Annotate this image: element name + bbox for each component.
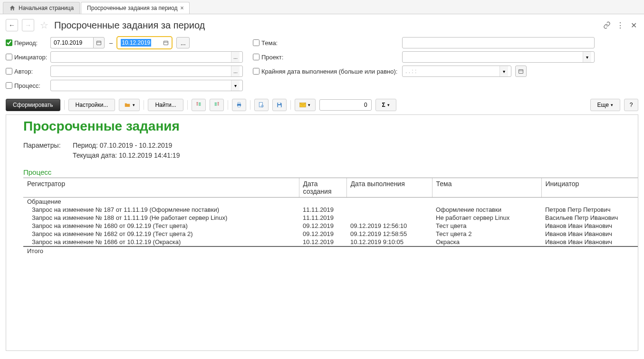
- initiator-input[interactable]: ...: [50, 51, 243, 63]
- process-input[interactable]: ▾: [50, 80, 243, 91]
- forward-button[interactable]: →: [22, 19, 34, 31]
- initiator-checkbox[interactable]: [6, 54, 12, 60]
- close-window-icon[interactable]: ✕: [629, 20, 638, 30]
- table-row[interactable]: Запрос на изменение № 1682 от 09.12.19 (…: [23, 230, 638, 238]
- close-icon[interactable]: ×: [180, 5, 183, 11]
- period-checkbox[interactable]: [6, 39, 12, 46]
- envelope-icon: [299, 102, 306, 108]
- report-table: Регистратор Дата создания Дата выполнени…: [23, 178, 638, 255]
- print-button[interactable]: [232, 99, 246, 111]
- process-header: Процесс: [23, 168, 638, 178]
- group-row[interactable]: Обращение: [23, 198, 638, 206]
- project-label: Проект:: [253, 54, 400, 61]
- svg-rect-4: [519, 70, 523, 74]
- sum-input[interactable]: [319, 99, 372, 111]
- process-checkbox[interactable]: [6, 82, 12, 89]
- chevron-down-icon[interactable]: ▾: [500, 66, 508, 76]
- find-button[interactable]: Найти...: [148, 99, 183, 111]
- report-area: − − Просроченные задания Параметры: Пери…: [6, 114, 638, 351]
- svg-rect-2: [164, 41, 168, 45]
- col-topic: Тема: [432, 178, 541, 198]
- total-row: Итого: [23, 246, 638, 255]
- printer-icon: [236, 102, 242, 108]
- filter-panel: Период: – 10.12.2019 ... Тема:: [0, 35, 644, 96]
- chevron-down-icon[interactable]: ▾: [583, 52, 591, 62]
- project-input[interactable]: ▾: [402, 51, 595, 63]
- calendar-icon[interactable]: [93, 37, 105, 48]
- table-row[interactable]: Запрос на изменение № 187 от 11.11.19 (О…: [23, 206, 638, 214]
- tab-report-label: Просроченные задания за период: [87, 5, 177, 11]
- chevron-down-icon[interactable]: ▾: [231, 80, 240, 91]
- col-initiator: Инициатор: [541, 178, 638, 198]
- deadline-input[interactable]: . . : : ▾: [402, 66, 511, 77]
- more-button[interactable]: Еще ▾: [590, 99, 620, 111]
- col-executed: Дата выполнения: [346, 178, 432, 198]
- favorite-button[interactable]: ☆: [38, 19, 50, 31]
- period-dash: –: [106, 39, 115, 47]
- tab-home-label: Начальная страница: [19, 5, 74, 11]
- topic-input[interactable]: [402, 37, 595, 48]
- tab-report[interactable]: Просроченные задания за период ×: [81, 2, 190, 14]
- tab-bar: Начальная страница Просроченные задания …: [0, 0, 644, 14]
- svg-rect-8: [259, 103, 262, 107]
- author-label: Автор:: [6, 68, 48, 75]
- preview-button[interactable]: [254, 99, 269, 111]
- calendar-icon[interactable]: [160, 37, 172, 48]
- author-input[interactable]: ...: [50, 66, 243, 77]
- svg-rect-6: [238, 103, 240, 104]
- period-select-button[interactable]: ...: [176, 37, 190, 48]
- help-button[interactable]: ?: [624, 99, 638, 111]
- generate-button[interactable]: Сформировать: [6, 99, 60, 111]
- svg-rect-7: [238, 105, 240, 107]
- col-created: Дата создания: [299, 178, 346, 198]
- period-to-input[interactable]: 10.12.2019: [117, 37, 160, 48]
- initiator-label: Инициатор:: [6, 54, 48, 61]
- ellipsis-icon[interactable]: ...: [231, 52, 240, 62]
- ellipsis-icon[interactable]: ...: [231, 66, 240, 76]
- expand-icon: [195, 102, 202, 108]
- save-button[interactable]: [272, 99, 287, 111]
- kebab-icon[interactable]: ⋮: [615, 20, 625, 30]
- header: ← → ☆ Просроченные задания за период ⋮ ✕: [0, 14, 644, 35]
- back-button[interactable]: ←: [6, 19, 18, 31]
- email-button[interactable]: ▾: [295, 99, 316, 111]
- collapse-icon: [213, 102, 220, 108]
- deadline-checkbox[interactable]: [253, 68, 260, 75]
- table-row[interactable]: Запрос на изменение № 188 от 11.11.19 (Н…: [23, 214, 638, 222]
- author-checkbox[interactable]: [6, 68, 12, 75]
- svg-rect-10: [278, 103, 280, 104]
- home-icon: [9, 5, 16, 11]
- period-label: Период:: [6, 39, 48, 47]
- link-icon[interactable]: [602, 20, 612, 30]
- table-row[interactable]: Запрос на изменение № 1680 от 09.12.19 (…: [23, 222, 638, 230]
- sum-button[interactable]: Σ▾: [375, 99, 396, 111]
- settings-button[interactable]: Настройки...: [68, 99, 115, 111]
- calendar-icon[interactable]: [515, 66, 527, 77]
- folder-icon: [124, 102, 131, 108]
- variants-button[interactable]: ▾: [119, 99, 140, 111]
- page-title: Просроченные задания за период: [54, 20, 205, 31]
- collapse-all-button[interactable]: [210, 99, 224, 111]
- period-from-input[interactable]: [50, 37, 93, 48]
- svg-rect-0: [97, 41, 101, 45]
- tab-home[interactable]: Начальная страница: [3, 2, 80, 14]
- project-checkbox[interactable]: [253, 54, 260, 60]
- topic-label: Тема:: [253, 39, 400, 47]
- document-search-icon: [258, 102, 265, 108]
- topic-checkbox[interactable]: [253, 39, 260, 46]
- expand-all-button[interactable]: [192, 99, 206, 111]
- diskette-icon: [276, 102, 283, 108]
- deadline-label: Крайняя дата выполнения (больше или равн…: [253, 68, 400, 75]
- toolbar: Сформировать Настройки... ▾ Найти... ▾ Σ…: [0, 96, 644, 114]
- table-row[interactable]: Запрос на изменение № 1686 от 10.12.19 (…: [23, 238, 638, 246]
- process-label: Процесс:: [6, 82, 48, 89]
- svg-rect-11: [278, 105, 281, 107]
- report-params: Параметры: Период: 07.10.2019 - 10.12.20…: [23, 141, 638, 161]
- report-title: Просроченные задания: [23, 119, 638, 134]
- col-registrar: Регистратор: [23, 178, 299, 198]
